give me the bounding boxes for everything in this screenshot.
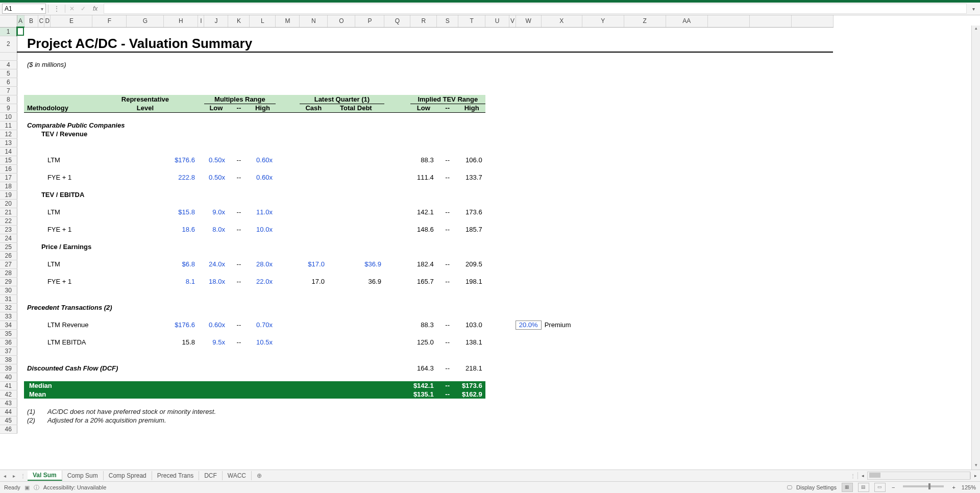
row-38[interactable]: 38: [0, 355, 17, 364]
fx-label[interactable]: fx: [90, 5, 101, 12]
row-15[interactable]: 15: [0, 156, 17, 164]
zoom-out-button[interactable]: −: [890, 484, 897, 490]
col-M[interactable]: M: [276, 15, 300, 27]
spreadsheet-grid[interactable]: A B C D E F G H I J K L M N O P Q R S T: [0, 15, 980, 470]
col-X[interactable]: X: [541, 15, 582, 27]
row-6[interactable]: 6: [0, 78, 17, 86]
col-Z[interactable]: Z: [624, 15, 666, 27]
view-normal-button[interactable]: ▦: [842, 483, 853, 492]
row-13[interactable]: 13: [0, 138, 17, 147]
row-24[interactable]: 24: [0, 234, 17, 242]
zoom-level[interactable]: 125%: [962, 484, 976, 490]
row-7[interactable]: 7: [0, 86, 17, 95]
col-D[interactable]: D: [44, 15, 51, 27]
col-extra[interactable]: [749, 15, 791, 27]
vertical-scrollbar[interactable]: ▴ ▾: [971, 26, 980, 470]
macro-icon[interactable]: ▣: [24, 484, 30, 491]
sheet-tab-comp-spread[interactable]: Comp Spread: [104, 471, 152, 480]
display-settings-label[interactable]: Display Settings: [796, 484, 837, 490]
col-L[interactable]: L: [250, 15, 276, 27]
row-19[interactable]: 19: [0, 190, 17, 199]
col-R[interactable]: R: [410, 15, 437, 27]
row-14[interactable]: 14: [0, 147, 17, 156]
row-1[interactable]: 1: [0, 27, 17, 36]
sheet-tab-preced-trans[interactable]: Preced Trans: [152, 471, 199, 480]
col-N[interactable]: N: [300, 15, 328, 27]
row-20[interactable]: 20: [0, 199, 17, 208]
row-39[interactable]: 39: [0, 364, 17, 373]
scroll-up-icon[interactable]: ▴: [972, 26, 980, 33]
row-27[interactable]: 27: [0, 260, 17, 268]
row-2[interactable]: 2: [0, 36, 17, 52]
row-32[interactable]: 32: [0, 303, 17, 312]
formula-history-icon[interactable]: ⋮: [51, 5, 63, 12]
row-44[interactable]: 44: [0, 407, 17, 416]
row-12[interactable]: 12: [0, 130, 17, 138]
horizontal-scrollbar[interactable]: [867, 472, 970, 480]
view-page-break-button[interactable]: ▭: [874, 483, 886, 492]
name-box-dropdown-icon[interactable]: ▾: [41, 6, 43, 12]
col-T[interactable]: T: [458, 15, 485, 27]
col-Y[interactable]: Y: [582, 15, 624, 27]
row-31[interactable]: 31: [0, 294, 17, 303]
row-21[interactable]: 21: [0, 208, 17, 216]
col-V[interactable]: V: [509, 15, 516, 27]
row-25[interactable]: 25: [0, 242, 17, 251]
sheet-tab-wacc[interactable]: WACC: [223, 471, 252, 480]
col-P[interactable]: P: [355, 15, 384, 27]
col-I[interactable]: I: [198, 15, 204, 27]
select-all-corner[interactable]: [0, 15, 17, 27]
row-46[interactable]: 46: [0, 425, 17, 433]
scroll-down-icon[interactable]: ▾: [972, 462, 980, 470]
row-30[interactable]: 30: [0, 286, 17, 294]
accessibility-icon[interactable]: ⓘ: [34, 484, 39, 491]
col-Q[interactable]: Q: [384, 15, 410, 27]
tab-nav-prev-icon[interactable]: ▸: [9, 473, 18, 479]
row-4[interactable]: 4: [0, 60, 17, 69]
row-18[interactable]: 18: [0, 182, 17, 190]
row-5[interactable]: 5: [0, 69, 17, 78]
tab-nav-menu-icon[interactable]: ⋮: [18, 473, 28, 479]
col-AA[interactable]: AA: [666, 15, 707, 27]
formula-input[interactable]: [104, 4, 967, 14]
cell-A1[interactable]: [17, 27, 24, 36]
col-extra[interactable]: [791, 15, 833, 27]
row-41[interactable]: 41: [0, 381, 17, 390]
col-A[interactable]: A: [17, 15, 24, 27]
row-29[interactable]: 29: [0, 277, 17, 286]
formula-expand-icon[interactable]: ▾: [969, 6, 978, 12]
row-9[interactable]: 9: [0, 104, 17, 112]
row-23[interactable]: 23: [0, 225, 17, 234]
col-G[interactable]: G: [127, 15, 164, 27]
view-page-layout-button[interactable]: ▤: [858, 483, 869, 492]
tab-scroll-menu-icon[interactable]: ⋮: [848, 473, 857, 479]
hscroll-right-icon[interactable]: ▸: [970, 472, 980, 479]
row-26[interactable]: 26: [0, 251, 17, 260]
display-settings-icon[interactable]: 🖵: [787, 484, 792, 490]
tab-nav-first-icon[interactable]: ◂: [0, 473, 9, 479]
row-3[interactable]: [0, 52, 17, 60]
col-extra[interactable]: [707, 15, 749, 27]
new-sheet-button[interactable]: ⊕: [252, 472, 267, 479]
col-B[interactable]: B: [24, 15, 38, 27]
row-33[interactable]: 33: [0, 312, 17, 321]
name-box[interactable]: A1 ▾: [2, 4, 46, 14]
col-O[interactable]: O: [328, 15, 355, 27]
sheet-tab-comp-sum[interactable]: Comp Sum: [62, 471, 104, 480]
row-36[interactable]: 36: [0, 338, 17, 347]
row-45[interactable]: 45: [0, 416, 17, 425]
row-40[interactable]: 40: [0, 373, 17, 381]
col-C[interactable]: C: [38, 15, 44, 27]
row-16[interactable]: 16: [0, 164, 17, 173]
row-42[interactable]: 42: [0, 390, 17, 399]
col-K[interactable]: K: [228, 15, 250, 27]
col-E[interactable]: E: [51, 15, 92, 27]
row-35[interactable]: 35: [0, 329, 17, 338]
col-F[interactable]: F: [92, 15, 127, 27]
row-43[interactable]: 43: [0, 399, 17, 407]
row-37[interactable]: 37: [0, 347, 17, 355]
row-34[interactable]: 34: [0, 321, 17, 329]
premium-input[interactable]: 20.0%: [516, 321, 541, 329]
hscroll-left-icon[interactable]: ◂: [857, 472, 867, 479]
col-S[interactable]: S: [437, 15, 458, 27]
